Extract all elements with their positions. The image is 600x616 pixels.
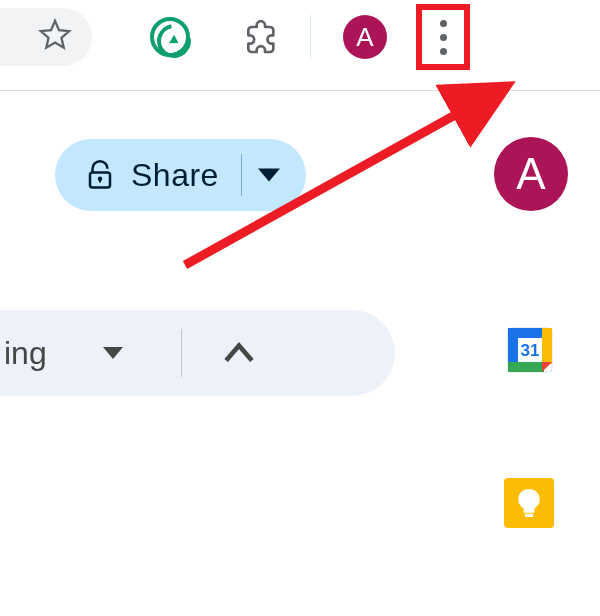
svg-rect-2	[99, 179, 101, 183]
grammarly-extension-icon[interactable]	[150, 17, 190, 57]
mode-caret-down-icon[interactable]	[103, 345, 123, 361]
share-button[interactable]: Share	[55, 139, 306, 211]
svg-rect-7	[508, 362, 544, 372]
account-avatar-large[interactable]: A	[494, 137, 568, 211]
calendar-day: 31	[521, 341, 540, 360]
address-bar-end	[0, 8, 92, 66]
mode-label: ing	[0, 335, 103, 372]
browser-toolbar: A	[0, 0, 600, 74]
profile-avatar-initial: A	[356, 22, 373, 53]
share-divider	[241, 154, 242, 196]
profile-avatar-small[interactable]: A	[343, 15, 387, 59]
account-avatar-initial: A	[516, 149, 545, 199]
document-header: Share A	[0, 91, 600, 251]
share-button-label: Share	[131, 157, 219, 194]
toolbar-separator	[181, 329, 182, 377]
bookmark-star-icon[interactable]	[38, 18, 72, 56]
google-keep-icon[interactable]	[504, 478, 554, 528]
google-calendar-icon[interactable]: 31	[506, 326, 554, 374]
chrome-menu-button[interactable]	[419, 8, 467, 66]
lock-icon	[85, 160, 115, 190]
toolbar-divider	[310, 15, 311, 59]
caret-down-icon[interactable]	[258, 166, 280, 184]
mode-toolbar: ing	[0, 310, 395, 396]
svg-rect-6	[542, 328, 552, 364]
collapse-chevron-up-icon[interactable]	[224, 341, 254, 365]
svg-rect-8	[525, 514, 534, 517]
extensions-icon[interactable]	[240, 17, 280, 57]
